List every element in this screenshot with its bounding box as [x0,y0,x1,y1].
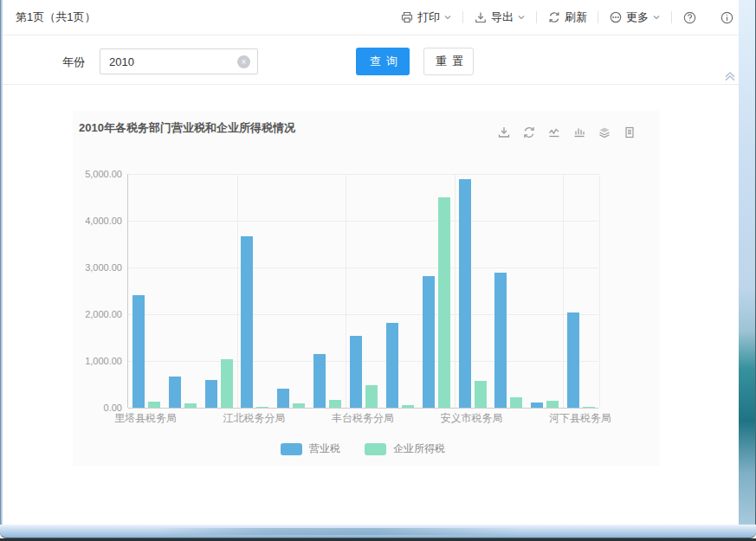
gridline [128,221,598,222]
x-axis-tick-label: 江北税务分局 [223,411,285,426]
gridline [128,174,598,175]
page-indicator: 第1页（共1页） [16,10,95,25]
bar-营业税-9[interactable] [459,179,471,408]
y-axis-tick-label: 3,000.00 [70,262,122,273]
window-border-bottom[interactable] [0,525,756,538]
bar-企业所得税-10[interactable] [510,397,522,408]
bar-企业所得税-4[interactable] [293,403,305,408]
clear-input-icon[interactable]: × [237,55,250,68]
chart-legend: 营业税企业所得税 [127,441,598,456]
bar-企业所得税-9[interactable] [475,381,487,408]
help-icon [682,10,697,25]
chart-plot-area [127,174,598,408]
bar-view-icon[interactable] [572,126,586,139]
bar-营业税-1[interactable] [169,377,181,408]
more-label: 更多 [626,10,649,25]
x-axis-tick-label: 丰台税务分局 [332,411,394,426]
bar-营业税-0[interactable] [132,295,145,408]
header-bar: 第1页（共1页） 打印 导出 [3,0,739,35]
query-button[interactable]: 查询 [356,48,410,75]
bar-企业所得税-3[interactable] [256,407,268,408]
gridline-vertical [455,174,456,408]
restore-icon[interactable] [522,126,536,139]
bar-营业税-2[interactable] [205,380,217,408]
app-window: 第1页（共1页） 打印 导出 [0,0,756,541]
x-axis-tick-label: 里塔县税务局 [114,411,177,426]
toolbar-separator [462,11,463,23]
legend-swatch-企业所得税[interactable] [365,443,386,455]
bar-企业所得税-2[interactable] [221,359,233,408]
year-input-value: 2010 [100,55,237,68]
save-image-icon[interactable] [497,126,511,139]
toolbar-separator [671,11,672,23]
filter-panel: 年份 2010 × 查询 重置 [3,36,739,85]
content-area: 第1页（共1页） 打印 导出 [3,0,739,525]
print-label: 打印 [417,10,440,25]
legend-swatch-营业税[interactable] [281,443,302,455]
more-button[interactable]: 更多 [607,10,662,25]
double-chevron-up-icon [723,69,737,83]
gridline [128,361,598,362]
bar-营业税-7[interactable] [386,323,398,408]
x-axis-tick-label: 河下县税务局 [549,411,611,426]
line-view-icon[interactable] [547,126,561,139]
bar-企业所得税-7[interactable] [402,405,414,409]
data-view-icon[interactable] [623,126,636,139]
bar-营业税-5[interactable] [313,354,326,408]
year-label: 年份 [62,55,85,70]
bar-营业税-8[interactable] [423,276,435,408]
y-axis-tick-label: 5,000.00 [70,169,122,179]
bar-营业税-3[interactable] [241,236,253,408]
y-axis-tick-label: 4,000.00 [70,216,122,226]
export-label: 导出 [491,10,514,25]
info-button[interactable] [718,10,736,25]
printer-icon [400,10,414,24]
info-icon [720,10,734,25]
print-button[interactable]: 打印 [398,10,454,25]
legend-label[interactable]: 企业所得税 [393,441,445,456]
refresh-icon [547,10,561,24]
chevron-down-icon [517,14,526,21]
export-download-icon [474,10,488,24]
plot-right-border [599,174,600,408]
bar-企业所得税-1[interactable] [184,403,197,408]
y-axis-tick-label: 2,000.00 [70,309,122,319]
bar-营业税-10[interactable] [494,273,507,408]
bar-营业税-4[interactable] [277,389,289,408]
y-axis-tick-label: 1,000.00 [70,356,122,366]
refresh-label: 刷新 [565,10,587,25]
toolbar-separator [536,11,537,23]
bar-营业税-11[interactable] [531,403,543,408]
x-axis-tick-label: 安义市税务局 [441,411,503,426]
reset-button[interactable]: 重置 [423,48,474,75]
chart-card: 2010年各税务部门营业税和企业所得税情况 [73,111,659,466]
year-input[interactable]: 2010 × [100,48,258,74]
chevron-down-icon [443,14,452,21]
gridline [128,267,598,268]
gridline [128,408,598,409]
help-button[interactable] [681,10,699,25]
toolbar-separator [598,11,598,23]
window-border-right [739,0,756,526]
bar-营业税-12[interactable] [567,312,579,408]
more-ellipsis-icon [609,10,623,24]
gridline-vertical [237,174,238,408]
bar-营业税-6[interactable] [350,336,362,408]
legend-label[interactable]: 营业税 [309,441,340,456]
bar-企业所得税-11[interactable] [546,401,559,408]
chevron-down-icon [652,14,661,21]
bar-企业所得税-0[interactable] [148,402,160,408]
refresh-button[interactable]: 刷新 [546,10,589,25]
bar-企业所得税-6[interactable] [365,385,378,408]
chart-title: 2010年各税务部门营业税和企业所得税情况 [79,120,295,136]
export-button[interactable]: 导出 [472,10,527,25]
bar-企业所得税-12[interactable] [583,407,595,408]
bar-企业所得税-8[interactable] [438,197,450,408]
chart-toolbox [497,126,636,139]
header-toolbar: 打印 导出 刷新 [398,0,736,35]
gridline [128,314,598,315]
stack-icon[interactable] [598,126,611,139]
collapse-panel-button[interactable] [723,69,739,83]
window-border-left [0,0,3,526]
bar-企业所得税-5[interactable] [329,400,341,408]
